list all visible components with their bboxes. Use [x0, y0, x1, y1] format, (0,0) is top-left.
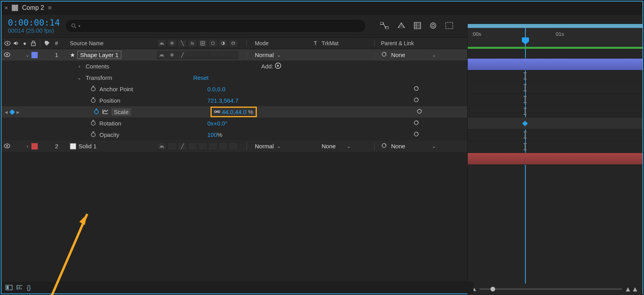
pickwhip-icon[interactable] — [413, 120, 419, 127]
quality-toggle[interactable]: ╱ — [177, 51, 187, 59]
close-panel-icon[interactable]: × — [5, 5, 8, 11]
col-parent: Parent & Link — [376, 40, 459, 46]
stopwatch-icon[interactable] — [90, 86, 96, 93]
graph-icon[interactable] — [102, 109, 108, 115]
svg-point-30 — [91, 98, 95, 102]
time-ruler[interactable]: :00s 01s — [468, 24, 642, 47]
shy-icon[interactable] — [157, 39, 166, 47]
comp-tab-title[interactable]: Comp 2 — [22, 4, 44, 11]
expression-icon — [525, 109, 525, 114]
reset-button[interactable]: Reset — [193, 74, 209, 81]
pickwhip-icon[interactable] — [413, 85, 419, 93]
rotation-value[interactable]: 0x+0.0° — [207, 120, 227, 127]
twirl-down-icon[interactable]: ⌄ — [76, 75, 82, 81]
stopwatch-icon[interactable] — [93, 109, 99, 116]
layer-bar[interactable] — [468, 59, 642, 70]
shy-toggle[interactable] — [157, 142, 166, 150]
col-trkmat: TrkMat — [322, 40, 373, 46]
search-dropdown-icon[interactable]: ▾ — [79, 24, 80, 28]
prev-keyframe-icon[interactable]: ◂ — [5, 109, 8, 116]
quality-icon[interactable]: ╲ — [177, 39, 187, 47]
add-label: Add: — [261, 63, 273, 70]
stopwatch-icon[interactable] — [90, 120, 96, 127]
search-input[interactable]: ▾ — [65, 19, 366, 33]
layer-name[interactable]: Shape Layer 1 — [77, 51, 121, 59]
audio-icon[interactable] — [13, 40, 20, 47]
shy-toggle[interactable] — [157, 51, 166, 59]
visibility-toggle[interactable] — [4, 143, 10, 149]
twirl-right-icon[interactable]: › — [24, 144, 31, 149]
parent-dropdown[interactable]: None⌄ — [391, 52, 436, 58]
label-color[interactable] — [31, 143, 38, 149]
lock-icon[interactable] — [30, 40, 37, 47]
frame-blend-col-icon[interactable] — [198, 39, 207, 47]
collapse-transform-icon[interactable]: ✲ — [167, 39, 177, 47]
label-color[interactable] — [31, 52, 38, 58]
comp-flowchart-icon[interactable] — [380, 22, 389, 30]
frame-blend-icon[interactable] — [414, 22, 421, 30]
svg-point-9 — [430, 23, 436, 28]
pickwhip-icon[interactable] — [381, 142, 387, 150]
collapse-toggle[interactable]: ✲ — [167, 51, 177, 59]
twirl-down-icon[interactable]: ⌄ — [24, 52, 31, 58]
tab-menu-icon[interactable]: ≡ — [48, 4, 51, 11]
3d-icon[interactable] — [229, 39, 238, 47]
stopwatch-icon[interactable] — [90, 131, 96, 138]
scale-value-box[interactable]: 44.0,44.0% — [210, 107, 257, 117]
keyframe-diamond[interactable] — [522, 121, 528, 126]
video-icon[interactable] — [4, 40, 11, 47]
layer-index: 2 — [55, 143, 70, 149]
expression-icon — [525, 97, 525, 102]
layer-bar[interactable] — [468, 153, 642, 164]
position-value[interactable]: 721.3,564.7 — [207, 97, 238, 104]
motion-blur-icon[interactable] — [430, 22, 437, 30]
render-queue-icon[interactable] — [16, 285, 23, 291]
graph-editor-icon[interactable] — [445, 22, 453, 30]
stopwatch-icon[interactable] — [90, 97, 96, 104]
contents-label: Contents — [86, 63, 109, 70]
solo-icon[interactable]: ● — [21, 40, 28, 47]
quality-toggle[interactable]: ╱ — [177, 142, 187, 150]
svg-point-15 — [161, 44, 163, 45]
frame-info: 00014 (25.00 fps) — [8, 28, 60, 34]
anchor-value[interactable]: 0.0,0.0 — [207, 86, 225, 92]
blend-mode-dropdown[interactable]: Normal⌄ — [255, 143, 281, 149]
constrain-icon[interactable] — [214, 109, 220, 115]
motion-blur-col-icon[interactable] — [208, 39, 218, 47]
next-keyframe-icon[interactable]: ▸ — [16, 109, 20, 116]
visibility-toggle[interactable] — [4, 52, 10, 58]
blend-mode-dropdown[interactable]: Normal⌄ — [255, 52, 281, 58]
adjustment-icon[interactable] — [218, 39, 228, 47]
work-area-bar[interactable] — [468, 24, 642, 28]
svg-point-22 — [6, 54, 8, 55]
parent-dropdown[interactable]: None⌄ — [391, 143, 436, 149]
svg-marker-55 — [79, 214, 87, 225]
zoom-thumb[interactable] — [490, 287, 495, 291]
svg-rect-2 — [380, 22, 383, 24]
layer-name[interactable]: Solid 1 — [79, 143, 97, 149]
svg-point-23 — [161, 55, 163, 56]
add-menu-icon[interactable] — [275, 63, 281, 70]
fx-icon[interactable]: fx — [188, 39, 197, 47]
bottom-toolbar: {} — [2, 282, 474, 293]
pickwhip-icon[interactable] — [413, 97, 419, 104]
pickwhip-icon[interactable] — [416, 108, 423, 116]
keyframe-icon[interactable] — [9, 109, 15, 114]
zoom-in-icon[interactable]: ▲▲ — [624, 285, 639, 293]
brackets-icon[interactable]: {} — [27, 284, 31, 291]
draft3d-icon[interactable] — [397, 22, 405, 30]
expression-icon — [525, 73, 525, 79]
toggle-switches-icon[interactable] — [5, 285, 13, 291]
label-icon[interactable] — [44, 40, 51, 47]
timeline[interactable]: :00s 01s ▲ ▲▲ — [467, 24, 642, 295]
trkmat-dropdown[interactable]: None⌄ — [322, 143, 351, 149]
col-source-name[interactable]: Source Name — [70, 40, 157, 46]
pickwhip-icon[interactable] — [413, 131, 419, 138]
opacity-value[interactable]: 100 — [207, 131, 217, 138]
svg-point-50 — [161, 146, 163, 148]
current-timecode[interactable]: 0:00:00:14 — [8, 18, 60, 28]
twirl-right-icon[interactable]: › — [76, 64, 82, 69]
timeline-zoom[interactable]: ▲ ▲▲ — [472, 286, 639, 292]
svg-rect-11 — [446, 22, 453, 29]
pickwhip-icon[interactable] — [381, 51, 387, 59]
